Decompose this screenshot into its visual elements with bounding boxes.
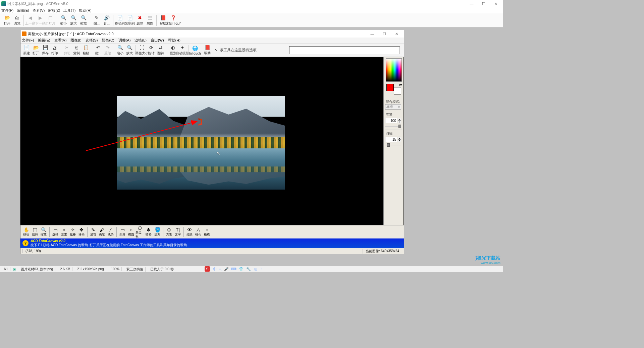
新建-button[interactable]: 📄新建 bbox=[22, 44, 31, 57]
撤...-button[interactable]: ↶撤... bbox=[94, 44, 103, 57]
撤...-icon: ↶ bbox=[95, 45, 101, 51]
套索-tool[interactable]: ⌖套索 bbox=[60, 226, 68, 238]
缩放-tool[interactable]: 🔍缩放 bbox=[39, 226, 48, 238]
自动级别-button[interactable]: ✦自动级别 bbox=[178, 44, 187, 57]
套索-icon: ⌖ bbox=[63, 227, 65, 232]
menu-zoom[interactable]: 缩放(Z) bbox=[48, 8, 60, 13]
移动-icon: ✥ bbox=[79, 227, 84, 232]
canvas-area[interactable]: ↖ ⇄ 混合模式: 标准▾ 不透 bbox=[20, 57, 404, 225]
粘贴-button[interactable]: 📋粘贴 bbox=[81, 44, 91, 57]
浏览-button[interactable]: 🗂浏览 bbox=[12, 14, 22, 27]
滴管-tool[interactable]: ✎滴管 bbox=[89, 226, 98, 238]
下一张-button: ▶下一张 bbox=[35, 14, 45, 27]
menu-file[interactable]: 文件(F) bbox=[1, 8, 13, 13]
ime-grid-icon[interactable]: ⊞ bbox=[253, 266, 259, 272]
裁剪-tool[interactable]: ⬚裁剪 bbox=[31, 226, 39, 238]
ime-tool-icon[interactable]: 🔧 bbox=[246, 266, 251, 272]
调整大小-button[interactable]: ⛶调整大小 bbox=[137, 44, 147, 57]
inner-menu-select[interactable]: 选择(S) bbox=[86, 38, 98, 43]
放大-button[interactable]: 🔍放大 bbox=[125, 44, 134, 57]
feather-slider[interactable] bbox=[385, 143, 401, 147]
inner-menu-help[interactable]: 帮助(H) bbox=[168, 38, 180, 43]
inner-menu-edit[interactable]: 编辑(E) bbox=[38, 38, 50, 43]
toolbar-label: 删除 bbox=[137, 21, 143, 26]
打开-button[interactable]: 📂打开 bbox=[31, 44, 41, 57]
文字-tool[interactable]: T|文字 bbox=[173, 226, 182, 238]
swap-colors-icon[interactable]: ⇄ bbox=[399, 83, 402, 87]
红眼-tool[interactable]: 👁红眼 bbox=[185, 226, 194, 238]
inner-menu-color[interactable]: 颜色(C) bbox=[102, 38, 114, 43]
多边形-tool[interactable]: ⬠多边形 bbox=[136, 226, 144, 238]
outer-close-button[interactable]: ✕ bbox=[490, 0, 502, 7]
编...-button[interactable]: ✎编... bbox=[92, 14, 102, 27]
打印-button[interactable]: 🖨打印 bbox=[50, 44, 59, 57]
缩放-button[interactable]: 🔍缩放 bbox=[78, 14, 89, 27]
矩形-tool[interactable]: ▭矩形 bbox=[118, 226, 127, 238]
opacity-value[interactable]: 100 bbox=[385, 118, 397, 123]
这是什么?-button[interactable]: ❓这是什么? bbox=[168, 14, 178, 27]
缩小-button[interactable]: 🔍缩小 bbox=[115, 44, 125, 57]
旋转-button[interactable]: ⟳旋转 bbox=[147, 44, 156, 57]
锐化-tool[interactable]: △锐化 bbox=[194, 226, 203, 238]
color-spectrum[interactable] bbox=[386, 58, 402, 82]
inner-menu-filter[interactable]: 滤镜(L) bbox=[135, 38, 146, 43]
inner-menu-file[interactable]: 文件(F) bbox=[22, 38, 34, 43]
ime-shirt-icon[interactable]: 👕 bbox=[238, 266, 244, 272]
音...-button[interactable]: 🔊音... bbox=[102, 14, 112, 27]
魔棒-tool[interactable]: ✧魔棒 bbox=[68, 226, 77, 238]
outer-maximize-button[interactable]: ☐ bbox=[478, 0, 490, 7]
ime-mic-icon[interactable]: 🎤 bbox=[224, 266, 229, 272]
喷枪-icon: ✻ bbox=[147, 227, 151, 232]
menu-help[interactable]: 帮助(H) bbox=[79, 8, 91, 13]
opacity-slider[interactable] bbox=[385, 124, 401, 128]
feather-spinner[interactable]: ▴▾ bbox=[398, 137, 401, 142]
toolbar-label: 这是什么? bbox=[165, 21, 181, 26]
inner-menu-image[interactable]: 图像(I) bbox=[70, 38, 81, 43]
克隆-tool[interactable]: ⊕克隆 bbox=[165, 226, 173, 238]
打开-button[interactable]: 📂打开 bbox=[2, 14, 12, 27]
ime-sogou-icon[interactable]: S bbox=[205, 266, 210, 272]
属性-button[interactable]: ☷属性 bbox=[145, 14, 155, 27]
feather-value[interactable]: 15 bbox=[385, 137, 397, 142]
幻灯片-button: ▢幻灯片 bbox=[45, 14, 55, 27]
ime-zh-icon[interactable]: 中 bbox=[212, 266, 217, 272]
inner-menu-window[interactable]: 窗口(W) bbox=[151, 38, 164, 43]
background-color[interactable] bbox=[394, 87, 401, 94]
保存-button[interactable]: 💾保存 bbox=[41, 44, 50, 57]
outer-minimize-button[interactable]: — bbox=[466, 0, 478, 7]
删除-button[interactable]: ✖删除 bbox=[135, 14, 145, 27]
inner-maximize-button[interactable]: ☐ bbox=[378, 30, 390, 37]
选择-tool[interactable]: ▭选择 bbox=[51, 226, 60, 238]
帮助-button[interactable]: 📕帮助 bbox=[203, 44, 212, 57]
线条-tool[interactable]: ∕线条 bbox=[106, 226, 115, 238]
缩小-button[interactable]: 🔍缩小 bbox=[58, 14, 68, 27]
menu-view[interactable]: 查看(V) bbox=[33, 8, 45, 13]
menu-edit[interactable]: 编辑(E) bbox=[17, 8, 29, 13]
InTouch-button[interactable]: 🌐InTouch bbox=[190, 44, 200, 57]
复制到-button[interactable]: 📄复制到 bbox=[125, 14, 135, 27]
移动-tool[interactable]: ✥移动 bbox=[77, 226, 86, 238]
foreground-background-swatch[interactable]: ⇄ bbox=[386, 83, 402, 95]
模糊-icon: ○ bbox=[206, 227, 208, 232]
填充-tool[interactable]: 🪣填充 bbox=[153, 226, 162, 238]
inner-close-button[interactable]: ✕ bbox=[390, 30, 402, 37]
blend-mode-select[interactable]: 标准▾ bbox=[385, 104, 401, 110]
移动-tool[interactable]: ✋移动 bbox=[22, 226, 31, 238]
inner-menu-adjust[interactable]: 调整(A) bbox=[118, 38, 131, 43]
foreground-color[interactable] bbox=[386, 84, 394, 91]
放大-button[interactable]: 🔍放大 bbox=[68, 14, 78, 27]
inner-menu-view[interactable]: 查看(V) bbox=[54, 38, 67, 43]
menu-tools[interactable]: 工具(T) bbox=[63, 8, 75, 13]
inner-minimize-button[interactable]: — bbox=[366, 30, 378, 37]
annotation-arrow bbox=[86, 120, 202, 152]
画笔-tool[interactable]: 🖌画笔 bbox=[98, 226, 106, 238]
模糊-tool[interactable]: ○模糊 bbox=[203, 226, 211, 238]
复制-button[interactable]: ⎘复制 bbox=[72, 44, 81, 57]
opacity-spinner[interactable]: ▴▾ bbox=[398, 118, 401, 123]
ime-keyboard-icon[interactable]: ⌨ bbox=[231, 266, 236, 272]
喷枪-tool[interactable]: ✻喷枪 bbox=[144, 226, 153, 238]
移动到-button[interactable]: 📄移动到 bbox=[115, 14, 125, 27]
翻转-button[interactable]: ⇄翻转 bbox=[156, 44, 165, 57]
椭圆-tool[interactable]: ○椭圆 bbox=[127, 226, 136, 238]
toolbar-label: 幻灯片 bbox=[45, 21, 55, 26]
